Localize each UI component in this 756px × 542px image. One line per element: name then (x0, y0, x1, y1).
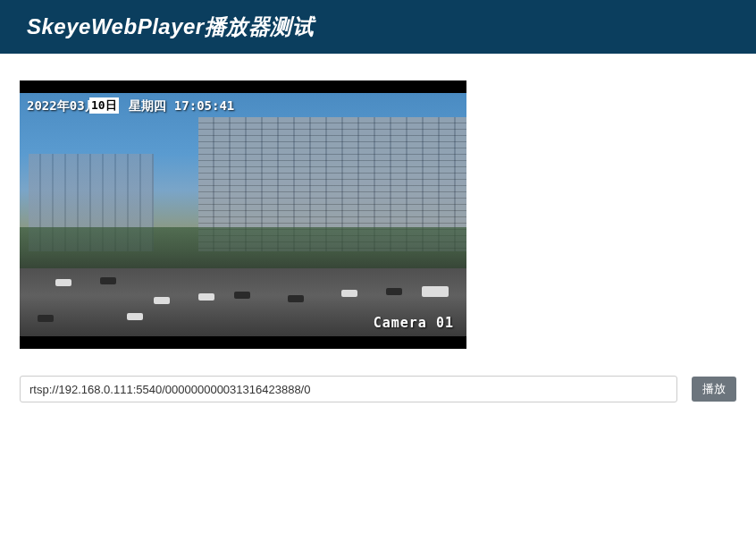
scene-car (288, 295, 304, 302)
video-player[interactable]: 2022年03月 10日 星期四 17:05:41 Camera 01 (20, 80, 466, 349)
scene-car (55, 279, 71, 286)
scene-car (198, 293, 214, 301)
scene-bus (422, 286, 449, 297)
video-camera-label: Camera 01 (374, 315, 454, 331)
scene-car (127, 313, 143, 320)
video-timestamp-day: 10日 (89, 97, 119, 114)
video-scene: 2022年03月 10日 星期四 17:05:41 Camera 01 (20, 93, 466, 336)
page-header: SkeyeWebPlayer播放器测试 (0, 0, 756, 54)
video-timestamp-rest: 星期四 17:05:41 (122, 98, 234, 114)
scene-car (341, 290, 357, 297)
scene-car (38, 315, 54, 322)
page-title: SkeyeWebPlayer播放器测试 (27, 13, 729, 41)
controls-row: 播放 (20, 376, 736, 402)
play-button[interactable]: 播放 (692, 377, 736, 402)
scene-car (154, 297, 170, 304)
scene-car (234, 292, 250, 299)
scene-car (386, 288, 402, 295)
main-content: 2022年03月 10日 星期四 17:05:41 Camera 01 播放 (0, 54, 756, 429)
scene-car (100, 277, 116, 284)
video-timestamp-prefix: 2022年03月 (27, 98, 97, 114)
stream-url-input[interactable] (20, 376, 677, 402)
